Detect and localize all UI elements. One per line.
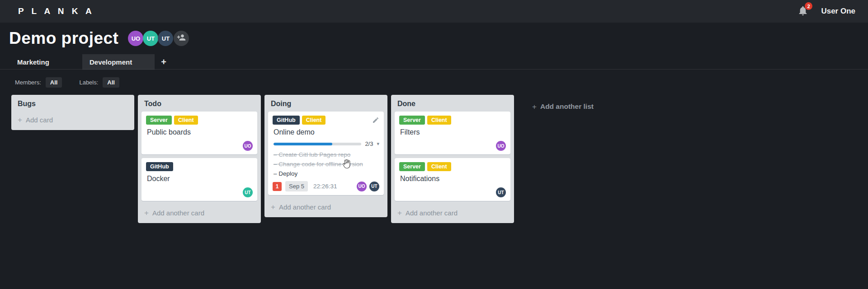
chevron-down-icon[interactable]: ▾ — [377, 141, 379, 147]
board: Bugs+Add cardTodoServerClientPublic boar… — [11, 95, 868, 223]
add-card-label: Add another card — [279, 203, 331, 211]
timer[interactable]: 22:26:31 — [313, 183, 337, 190]
card-label[interactable]: Server — [146, 116, 172, 125]
tab-marketing[interactable]: Marketing — [10, 54, 82, 70]
notifications-button[interactable]: 2 — [797, 5, 809, 17]
task-item[interactable]: – Create GitHub Pages repo — [274, 150, 379, 159]
top-bar: P L A N K A 2 User One — [0, 0, 868, 23]
card-label-row: ServerClient — [399, 115, 506, 125]
card-label[interactable]: Client — [427, 116, 451, 125]
add-card-label: Add card — [26, 116, 53, 124]
card[interactable]: ServerClientPublic boardsUO — [142, 112, 257, 154]
card-label-row: GitHub — [146, 162, 253, 172]
task-list: – Create GitHub Pages repo– Change code … — [274, 150, 379, 178]
plus-icon: + — [144, 209, 149, 217]
notification-count-badge: 2 — [805, 2, 812, 10]
card-title: Filters — [400, 128, 506, 136]
person-plus-icon — [177, 33, 186, 44]
card-label[interactable]: Client — [174, 116, 198, 125]
add-card-label: Add another card — [152, 209, 204, 217]
avatar[interactable]: UO — [357, 182, 367, 191]
avatar[interactable]: UT — [143, 31, 158, 46]
plus-icon: + — [18, 116, 22, 124]
task-item[interactable]: – Change code for offline version — [274, 159, 379, 169]
card-label[interactable]: Server — [399, 162, 425, 172]
card-title: Notifications — [400, 175, 506, 183]
add-card-button[interactable]: +Add card — [11, 112, 134, 130]
project-members: UOUTUT — [128, 31, 173, 46]
card-bottom-row: UT — [399, 187, 506, 197]
board-list: Bugs+Add card — [11, 95, 134, 130]
members-filter-label: Members: — [15, 79, 41, 86]
add-card-button[interactable]: +Add another card — [391, 205, 514, 223]
plus-icon: + — [271, 203, 275, 211]
plus-icon: + — [532, 103, 537, 111]
add-board-button[interactable]: + — [155, 54, 173, 70]
list-title[interactable]: Todo — [138, 95, 261, 112]
card-title: Docker — [147, 175, 253, 183]
card-label-row: ServerClient — [146, 115, 253, 125]
card[interactable]: ServerClientFiltersUO — [395, 112, 510, 154]
card[interactable]: ServerClientNotificationsUT — [395, 158, 510, 201]
add-card-button[interactable]: +Add another card — [264, 199, 387, 217]
card-notification-badge: 1 — [273, 182, 282, 191]
card[interactable]: GitHubDockerUT — [142, 158, 257, 201]
tab-development[interactable]: Development — [82, 54, 155, 70]
bell-icon — [797, 10, 808, 18]
board-list: DoneServerClientFiltersUOServerClientNot… — [391, 95, 514, 223]
progress-fill — [274, 143, 332, 145]
list-title[interactable]: Bugs — [11, 95, 134, 112]
card-container: GitHubClientOnline demo2/3▾– Create GitH… — [264, 112, 387, 195]
card-label[interactable]: GitHub — [146, 162, 173, 172]
card-title: Public boards — [147, 128, 253, 136]
card-bottom-row: UO — [399, 141, 506, 151]
progress-bar — [274, 143, 361, 145]
board-list: TodoServerClientPublic boardsUOGitHubDoc… — [138, 95, 261, 223]
card-container: ServerClientFiltersUOServerClientNotific… — [391, 112, 514, 201]
project-title[interactable]: Demo project — [9, 29, 118, 48]
avatar[interactable]: UT — [158, 31, 173, 46]
add-member-button[interactable] — [174, 31, 189, 46]
avatar[interactable]: UT — [369, 182, 379, 191]
list-title[interactable]: Doing — [264, 95, 387, 112]
avatar[interactable]: UT — [496, 187, 506, 197]
progress-count: 2/3 — [365, 140, 373, 147]
avatar[interactable]: UO — [496, 141, 506, 151]
avatar[interactable]: UO — [243, 141, 253, 151]
card-container: ServerClientPublic boardsUOGitHubDockerU… — [138, 112, 261, 201]
pencil-icon — [372, 117, 379, 124]
card-label[interactable]: Server — [399, 116, 425, 125]
filter-bar: Members: All Labels: All — [15, 77, 868, 88]
due-date-badge[interactable]: Sep 5 — [285, 181, 308, 191]
card-label[interactable]: Client — [427, 162, 451, 172]
board-list: DoingGitHubClientOnline demo2/3▾– Create… — [264, 95, 387, 217]
members-filter-value[interactable]: All — [46, 77, 62, 88]
board-tabs: Marketing Development + — [10, 54, 868, 70]
avatar[interactable]: UO — [128, 31, 143, 46]
add-card-label: Add another card — [406, 209, 458, 217]
card-label[interactable]: GitHub — [273, 116, 300, 125]
card-bottom-row: UT — [146, 187, 253, 197]
labels-filter-value[interactable]: All — [103, 77, 119, 88]
edit-card-button[interactable] — [372, 117, 379, 124]
planka-logo: P L A N K A — [18, 6, 94, 16]
task-progress: 2/3▾ — [274, 140, 379, 147]
user-menu[interactable]: User One — [821, 7, 855, 16]
add-list-button[interactable]: + Add another list — [528, 100, 598, 113]
card-title: Online demo — [274, 128, 379, 136]
card-bottom-row: 1Sep 522:26:31UOUT — [273, 181, 379, 191]
labels-filter-label: Labels: — [79, 79, 98, 86]
add-list-label: Add another list — [540, 103, 594, 111]
project-header: Demo project UOUTUT — [9, 29, 868, 48]
task-item[interactable]: – Deploy — [274, 169, 379, 178]
card-label-row: GitHubClient — [273, 115, 379, 125]
card-bottom-row: UO — [146, 141, 253, 151]
card-label[interactable]: Client — [302, 116, 326, 125]
card-label-row: ServerClient — [399, 162, 506, 172]
plus-icon: + — [397, 209, 402, 217]
avatar[interactable]: UT — [243, 187, 253, 197]
card[interactable]: GitHubClientOnline demo2/3▾– Create GitH… — [268, 112, 384, 195]
list-title[interactable]: Done — [391, 95, 514, 112]
add-card-button[interactable]: +Add another card — [138, 205, 261, 223]
